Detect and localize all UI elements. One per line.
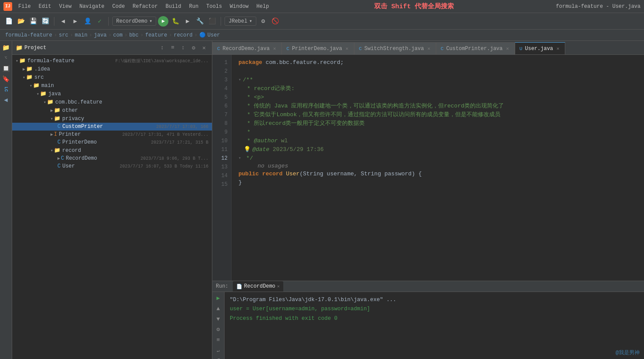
menu-code[interactable]: Code <box>109 3 128 10</box>
terminal-output: "D:\Program Files\Java\jdk-17.0.1\bin\ja… <box>225 292 644 359</box>
toolbar-extra1[interactable]: ⚙ <box>258 16 268 27</box>
menu-refactor[interactable]: Refactor <box>129 3 161 10</box>
bottom-tab-record-demo[interactable]: 📄 RecordDemo ✕ <box>233 281 283 292</box>
sidebar-leetcode-icon[interactable]: LC <box>1 84 11 94</box>
toolbar-extra2[interactable]: 🚫 <box>270 16 281 27</box>
tree-main[interactable]: ▾ 📁 main <box>12 81 212 90</box>
toolbar-back-btn[interactable]: ◀ <box>58 16 68 27</box>
title-bar: IJ File Edit View Navigate Code Refactor… <box>0 0 644 13</box>
chevron-down-icon-2: ▾ <box>249 18 252 24</box>
toolbar-refresh-btn[interactable]: 🔄 <box>40 16 50 27</box>
tab-printer-demo[interactable]: C PrinterDemo.java ✕ <box>282 42 354 54</box>
menu-build[interactable]: Build <box>162 3 184 10</box>
debug-btn[interactable]: 🐛 <box>170 16 181 27</box>
sidebar-arrow-icon[interactable]: ◀ <box>1 95 11 104</box>
jrebel-dropdown[interactable]: JRebel ▾ <box>225 17 256 26</box>
tree-root[interactable]: ▾ 📁 formula-feature F:\编程数据\IDE\Java\wor… <box>12 57 212 65</box>
tab-close-switch-strength[interactable]: ✕ <box>426 45 431 52</box>
breadcrumb-java[interactable]: java <box>94 32 107 38</box>
project-panel-title: Project <box>24 45 156 51</box>
run-button[interactable]: ▶ <box>158 16 168 27</box>
tree-printer-demo[interactable]: C PrinterDemo 2023/7/17 17:21, 315 B <box>12 138 212 146</box>
tree-record[interactable]: ▾ 📁 record <box>12 146 212 154</box>
tree-other[interactable]: ▶ 📁 other <box>12 106 212 114</box>
tab-close-printer-demo[interactable]: ✕ <box>345 45 349 52</box>
scroll-down-icon[interactable]: ▼ <box>214 315 223 323</box>
menu-view[interactable]: View <box>56 3 75 10</box>
run-icon[interactable]: ▶ <box>214 294 223 302</box>
bottom-tab-close[interactable]: ✕ <box>277 284 280 289</box>
print-icon[interactable]: 🖨 <box>214 356 223 359</box>
bottom-tab-bar: Run: 📄 RecordDemo ✕ <box>212 281 644 292</box>
scroll-up-icon[interactable]: ▲ <box>214 304 223 313</box>
panel-settings-btn[interactable]: ⚙ <box>189 44 198 52</box>
tab-custom-printer[interactable]: C CustomPrinter.java ✕ <box>436 42 515 54</box>
sep7: › <box>169 32 172 38</box>
filter-icon[interactable]: ≡ <box>214 336 223 344</box>
panel-collapse-btn[interactable]: ≡ <box>168 44 177 52</box>
stop-btn[interactable]: ⬛ <box>207 16 217 27</box>
run-config-dropdown[interactable]: RecordDemo ▾ <box>112 17 156 26</box>
tree-custom-printer[interactable]: C CustomPrinter 2023/7/17 17:03, 166 <box>12 123 212 131</box>
project-panel-icon: 📁 <box>16 44 23 51</box>
tree-user[interactable]: C User 2023/7/17 16:07, 533 B Today 11:1… <box>12 162 212 170</box>
breadcrumb-record[interactable]: record <box>174 32 192 38</box>
breadcrumb-src[interactable]: src <box>59 32 68 38</box>
toolbar-git-btn[interactable]: ✓ <box>94 16 105 27</box>
breadcrumb-com[interactable]: com <box>113 32 123 38</box>
breadcrumb-root[interactable]: formula-feature <box>5 32 52 38</box>
menu-help[interactable]: Help <box>253 3 272 10</box>
fold-icon-3[interactable]: ▾ <box>238 76 241 84</box>
menu-navigate[interactable]: Navigate <box>76 3 108 10</box>
wrap-icon[interactable]: ↵ <box>214 346 223 355</box>
tab-close-user[interactable]: ✕ <box>556 45 560 52</box>
settings-icon[interactable]: ⚙ <box>214 325 223 334</box>
panel-expand-btn[interactable]: ↕ <box>158 44 167 52</box>
code-content[interactable]: package com.bbc.feature.record; ▾/** * r… <box>231 55 644 281</box>
profile-btn[interactable]: 🔧 <box>195 16 205 27</box>
code-editor: 1 2 3 4 5 6 7 8 9 10 11 12 13 14 15 pack… <box>212 55 644 281</box>
panel-close-btn[interactable]: ✕ <box>200 44 208 52</box>
coverage-btn[interactable]: ▶ <box>182 16 193 27</box>
menu-file[interactable]: File <box>15 3 34 10</box>
toolbar-open-btn[interactable]: 📂 <box>16 16 26 27</box>
tab-user[interactable]: U User.java ✕ <box>515 42 565 54</box>
sidebar-commit-icon[interactable]: ⌥ <box>1 53 11 63</box>
tab-switch-strength[interactable]: C SwitchStrength.java ✕ <box>354 42 436 54</box>
tree-src[interactable]: ▾ 📁 src <box>12 73 212 81</box>
tree-privacy[interactable]: ▾ 📁 privacy <box>12 114 212 123</box>
breadcrumb-bbc[interactable]: bbc <box>129 32 139 38</box>
tree-com-bbc-feature[interactable]: ▾ 📁 com.bbc.feature <box>12 98 212 106</box>
tree-idea[interactable]: ▶ 📁 .idea <box>12 65 212 73</box>
tree-java[interactable]: ▾ 📁 java <box>12 90 212 98</box>
breadcrumb-user[interactable]: User <box>208 32 220 38</box>
toolbar-save-btn[interactable]: 💾 <box>28 16 38 27</box>
tab-close-record-demo[interactable]: ✕ <box>272 45 277 52</box>
menu-edit[interactable]: Edit <box>35 3 55 10</box>
toolbar-forward-btn[interactable]: ▶ <box>70 16 80 27</box>
tree-printer[interactable]: ▶ I Printer 2023/7/17 17:31, 471 B Yeste… <box>12 131 212 138</box>
toolbar-vcs-btn[interactable]: 👤 <box>82 16 93 27</box>
sep4: › <box>108 32 111 38</box>
panel-sort-btn[interactable]: ↕ <box>179 44 188 52</box>
menu-window[interactable]: Window <box>226 3 252 10</box>
tree-record-demo[interactable]: ▶ C RecordDemo 2023/7/18 9:06, 293 B T..… <box>12 154 212 162</box>
tab-close-custom-printer[interactable]: ✕ <box>505 45 510 52</box>
sidebar-structure-icon[interactable]: 🔲 <box>1 64 11 73</box>
breadcrumb-main[interactable]: main <box>75 32 87 38</box>
fold-icon-12[interactable]: ▾ <box>238 154 241 163</box>
code-line-3: ▾/** <box>238 76 637 84</box>
sidebar-project-icon[interactable]: 📁 <box>1 43 11 52</box>
sidebar-bookmark-icon[interactable]: 🔖 <box>1 74 11 84</box>
tab-record-demo[interactable]: C RecordDemo.java ✕ <box>212 42 282 54</box>
menu-tools[interactable]: Tools <box>203 3 225 10</box>
menu-bar[interactable]: File Edit View Navigate Code Refactor Bu… <box>15 3 272 10</box>
separator-2 <box>108 17 109 26</box>
code-line-8: * 所以record类一般用于定义不可变的数据类 <box>238 119 637 128</box>
breadcrumb-feature[interactable]: feature <box>145 32 167 38</box>
toolbar-new-btn[interactable]: 📄 <box>3 16 14 27</box>
no-usages-hint: no usages <box>258 163 637 170</box>
code-line-7: * 它类似于Lombok，但又有些许不同，通过指定的方法可以访问所有的成员变量，… <box>238 111 637 119</box>
menu-run[interactable]: Run <box>185 3 202 10</box>
code-line-5: * <p> <box>238 93 637 102</box>
